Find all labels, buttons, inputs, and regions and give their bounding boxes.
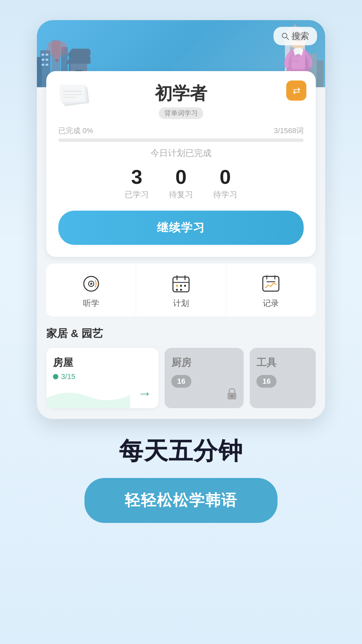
tagline-button[interactable]: 轻轻松松学韩语: [84, 478, 278, 523]
nav-listen-label: 听学: [83, 298, 99, 309]
nav-listen[interactable]: 听学: [46, 264, 136, 317]
nav-plan-label: 计划: [173, 298, 189, 309]
svg-point-57: [231, 395, 233, 397]
stat-learned-number: 3: [131, 167, 142, 187]
vocab-card-tools: 工具 16: [250, 348, 316, 408]
study-card: 初学者 背单词学习 ⇄ 已完成 0%: [46, 71, 316, 257]
card-wave-decoration: [46, 385, 130, 408]
svg-point-26: [55, 59, 59, 62]
svg-rect-52: [263, 276, 279, 291]
search-label: 搜索: [292, 30, 309, 42]
stat-pending-label: 待学习: [213, 189, 237, 200]
progress-indicator: [53, 374, 58, 379]
tagline-section: 每天五分钟 轻轻松松学韩语: [84, 435, 278, 543]
plan-icon: [170, 273, 192, 294]
swap-button[interactable]: ⇄: [286, 80, 306, 101]
vocab-card-kitchen-title: 厨房: [171, 356, 237, 370]
vocab-tag: 背单词学习: [159, 107, 203, 119]
progress-section: 已完成 0% 3/1568词: [58, 126, 304, 142]
level-title: 初学者: [155, 82, 207, 105]
svg-point-50: [176, 289, 178, 291]
category-title: 家居 & 园艺: [46, 326, 316, 341]
nav-record-label: 记录: [263, 298, 279, 309]
progress-right: 3/1568词: [274, 126, 304, 136]
lock-icon: [226, 387, 238, 400]
stat-review-label: 待复习: [169, 189, 193, 200]
progress-text: 3/15: [61, 372, 75, 381]
record-icon: [260, 273, 282, 294]
content-area: 初学者 背单词学习 ⇄ 已完成 0%: [37, 71, 325, 419]
svg-point-51: [180, 289, 182, 291]
search-button[interactable]: 搜索: [274, 27, 317, 45]
nav-plan[interactable]: 计划: [136, 264, 226, 317]
vocab-card-kitchen-count: 16: [171, 375, 191, 388]
vocab-card-kitchen: 厨房 16: [165, 348, 244, 408]
vocab-card-house-title: 房屋: [53, 356, 152, 370]
phone-mockup: 搜索 初学者 背单词学习 ⇄: [37, 20, 325, 419]
tagline-title: 每天五分钟: [119, 435, 243, 467]
vocab-card-tools-title: 工具: [256, 356, 309, 370]
vocab-card-house[interactable]: 房屋 3/15 →: [46, 348, 159, 408]
progress-bar: [58, 139, 304, 142]
svg-point-49: [184, 285, 186, 287]
svg-point-48: [180, 285, 182, 287]
vocab-card-tools-count: 16: [256, 375, 277, 388]
vocab-cards-row: 房屋 3/15 → 厨房 16: [46, 348, 316, 408]
plan-label: 今日计划已完成: [58, 147, 304, 159]
progress-left: 已完成 0%: [58, 126, 93, 136]
nav-record[interactable]: 记录: [226, 264, 316, 317]
vocab-card-house-progress: 3/15: [53, 372, 152, 381]
stat-review-number: 0: [175, 167, 186, 187]
stat-pending: 0 待学习: [213, 167, 237, 200]
stat-pending-number: 0: [220, 167, 231, 187]
svg-marker-13: [67, 49, 90, 55]
card-arrow-icon: →: [138, 385, 152, 401]
swap-icon: ⇄: [293, 85, 300, 96]
svg-point-42: [90, 283, 92, 285]
stat-learned-label: 已学习: [125, 189, 149, 200]
svg-line-33: [286, 37, 289, 40]
svg-point-47: [176, 285, 178, 287]
svg-rect-21: [317, 60, 323, 87]
headphone-icon: [80, 273, 102, 294]
svg-rect-1: [37, 57, 42, 87]
stats-row: 3 已学习 0 待复习 0 待学习: [58, 167, 304, 200]
stat-review: 0 待复习: [169, 167, 193, 200]
category-section: 家居 & 园艺 房屋 3/15 → 厨房: [46, 317, 316, 408]
continue-button[interactable]: 继续学习: [58, 211, 304, 245]
bottom-nav: 听学 计划: [46, 264, 316, 317]
svg-rect-36: [60, 85, 85, 101]
stat-learned: 3 已学习: [125, 167, 149, 200]
